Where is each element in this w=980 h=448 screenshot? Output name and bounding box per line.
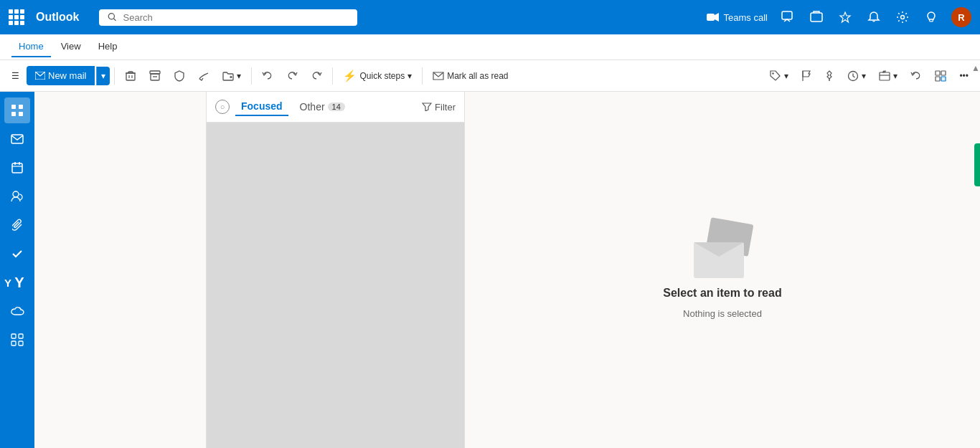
svg-rect-20 (11, 112, 16, 116)
chevron-down-icon-snooze: ▾ (862, 71, 866, 81)
flag-button[interactable] (796, 67, 817, 85)
app-grid-button[interactable] (9, 9, 24, 25)
envelope-front (694, 242, 744, 278)
sidebar-item-attachments[interactable] (4, 212, 30, 238)
svg-rect-22 (11, 135, 23, 143)
flag-icon (801, 70, 811, 82)
toolbar-divider-4 (422, 67, 423, 85)
teams-call-button[interactable]: Teams call (707, 12, 768, 23)
toolbar-right: ▾ ▾ ▾ (764, 67, 974, 85)
chevron-down-icon: ▾ (101, 71, 105, 81)
sidebar-item-apps[interactable] (4, 327, 30, 353)
redo1-button[interactable] (281, 67, 303, 85)
sidebar-item-mail[interactable] (4, 126, 30, 152)
search-box[interactable] (99, 9, 357, 26)
sidebar-item-tasks[interactable] (4, 241, 30, 267)
chevron-down-icon-move2: ▾ (893, 71, 897, 81)
svg-line-1 (114, 19, 116, 21)
mail-list-header: ○ Focused Other 14 Filter (207, 92, 464, 123)
report-button[interactable] (168, 67, 191, 85)
share-icon-btn[interactable] (808, 9, 825, 26)
quick-steps-label: Quick steps (359, 71, 405, 81)
search-icon (108, 12, 117, 22)
feedback-icon-btn[interactable] (837, 9, 854, 26)
tab-other-count: 14 (328, 103, 345, 111)
grid-view-button[interactable] (929, 67, 952, 85)
svg-rect-2 (707, 14, 715, 21)
tab-other[interactable]: Other 14 (294, 98, 351, 115)
chat-icon-btn[interactable] (779, 9, 796, 26)
redo2-button[interactable] (305, 67, 328, 85)
redo1-icon (286, 70, 298, 82)
svg-rect-13 (880, 72, 890, 80)
snooze-button[interactable]: ▾ (842, 67, 872, 85)
undo-button[interactable] (256, 67, 279, 85)
svg-point-0 (109, 14, 115, 19)
delete-icon (125, 70, 136, 82)
menu-view[interactable]: View (54, 37, 88, 57)
avatar[interactable]: R (951, 7, 971, 27)
svg-rect-18 (11, 105, 16, 109)
mark-all-read-button[interactable]: Mark all as read (427, 68, 514, 84)
lightbulb-icon-btn[interactable] (923, 9, 940, 26)
filter-button[interactable]: Filter (422, 102, 456, 113)
menubar: Home View Help (0, 34, 980, 60)
video-icon (707, 12, 720, 22)
move2-icon (879, 70, 890, 82)
select-all-circle[interactable]: ○ (215, 100, 230, 114)
envelope-open-icon (433, 72, 444, 80)
svg-point-11 (773, 72, 774, 74)
select-item-text: Select an item to read (663, 287, 781, 300)
archive-button[interactable] (143, 67, 166, 85)
move-icon (222, 70, 234, 82)
sidebar-item-calendar[interactable] (4, 155, 30, 181)
menu-help[interactable]: Help (91, 37, 125, 57)
sidebar-item-onedrive[interactable] (4, 298, 30, 324)
pin-button[interactable] (819, 67, 840, 85)
quick-steps-button[interactable]: ⚡ Quick steps ▾ (337, 67, 418, 85)
chevron-down-icon-tag: ▾ (784, 71, 788, 81)
collapse-arrow[interactable]: ▲ (971, 63, 980, 73)
nothing-selected-text: Nothing is selected (683, 308, 762, 319)
teams-call-label: Teams call (724, 12, 768, 23)
svg-rect-4 (782, 11, 792, 19)
hamburger-button[interactable]: ☰ (6, 68, 25, 84)
pin-icon (824, 70, 834, 82)
clock-icon (847, 70, 859, 82)
new-mail-dropdown-button[interactable]: ▾ (96, 67, 110, 85)
settings-icon-btn[interactable] (894, 9, 911, 26)
svg-rect-15 (941, 71, 946, 75)
new-mail-button[interactable]: New mail (27, 66, 95, 85)
redo2-icon (311, 70, 322, 82)
hamburger-icon: ☰ (11, 71, 19, 81)
notification-icon-btn[interactable] (865, 9, 882, 26)
more-icon: ••• (959, 71, 969, 81)
new-mail-label: New mail (48, 70, 86, 81)
folder-panel (34, 92, 207, 448)
filter-label: Filter (435, 102, 456, 113)
sidebar-item-apps-grid[interactable] (4, 97, 30, 123)
sweep-button[interactable] (192, 67, 215, 85)
left-nav: Y Y (0, 92, 34, 448)
sidebar-item-people[interactable] (4, 184, 30, 209)
titlebar: Outlook Teams call (0, 0, 980, 34)
reading-pane: Select an item to read Nothing is select… (465, 92, 980, 448)
archive-icon (149, 70, 161, 82)
grid-icon (935, 70, 946, 82)
mail-list: ○ Focused Other 14 Filter (207, 92, 465, 448)
search-input[interactable] (123, 12, 349, 23)
move2-button[interactable]: ▾ (873, 67, 903, 85)
svg-rect-21 (19, 112, 23, 116)
sidebar-item-yammer[interactable]: Y Y (4, 270, 30, 295)
sweep-icon (198, 70, 209, 82)
undo3-button[interactable] (905, 67, 928, 85)
svg-rect-16 (936, 77, 940, 81)
move-button[interactable]: ▾ (217, 67, 247, 85)
delete-button[interactable] (119, 67, 142, 85)
menu-home[interactable]: Home (11, 37, 51, 57)
tab-focused[interactable]: Focused (235, 97, 288, 116)
main-layout: Y Y ○ Focused Other (0, 92, 980, 448)
mark-all-read-label: Mark all as read (447, 71, 508, 81)
tag-button[interactable]: ▾ (764, 67, 794, 85)
green-bar (974, 143, 980, 186)
